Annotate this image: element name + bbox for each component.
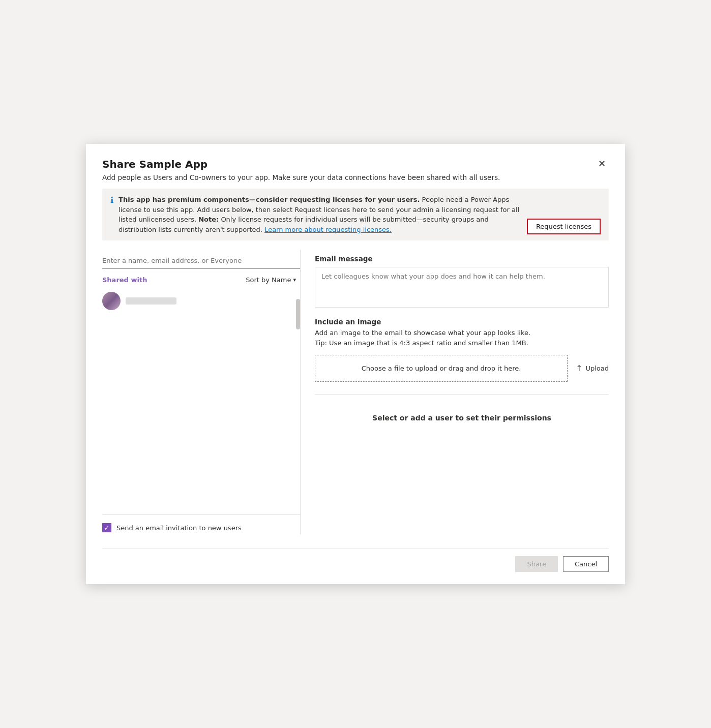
sort-by-label: Sort by Name — [246, 276, 291, 284]
share-dialog: Share Sample App ✕ Add people as Users a… — [86, 144, 625, 584]
shared-with-header: Shared with Sort by Name ▾ — [102, 276, 300, 284]
chevron-down-icon: ▾ — [293, 277, 296, 283]
sort-by-dropdown[interactable]: Sort by Name ▾ — [246, 276, 296, 284]
include-image-desc-line2: Tip: Use an image that is 4:3 aspect rat… — [315, 339, 528, 347]
info-icon: ℹ — [110, 195, 113, 205]
include-image-label: Include an image — [315, 318, 609, 326]
search-input[interactable] — [102, 255, 300, 268]
request-licenses-button[interactable]: Request licenses — [527, 219, 601, 234]
dialog-subtitle: Add people as Users and Co-owners to you… — [102, 173, 609, 181]
upload-button-label: Upload — [585, 365, 609, 372]
upload-button[interactable]: ↑ Upload — [576, 363, 609, 373]
search-container — [102, 250, 300, 269]
info-banner: ℹ This app has premium components—consid… — [102, 189, 609, 240]
user-list — [102, 289, 300, 313]
learn-more-link[interactable]: Learn more about requesting licenses. — [264, 226, 392, 233]
user-list-container — [102, 289, 300, 510]
upload-dropzone-label: Choose a file to upload or drag and drop… — [362, 365, 521, 372]
close-button[interactable]: ✕ — [595, 158, 609, 169]
banner-text: This app has premium components—consider… — [118, 195, 522, 234]
checkmark-icon: ✓ — [104, 525, 110, 531]
permissions-placeholder: Select or add a user to set their permis… — [315, 414, 609, 422]
dialog-title: Share Sample App — [102, 158, 208, 170]
email-message-textarea[interactable] — [315, 267, 609, 308]
list-item — [102, 289, 298, 313]
email-checkbox-label: Send an email invitation to new users — [116, 524, 242, 532]
email-checkbox-row: ✓ Send an email invitation to new users — [102, 514, 300, 534]
upload-row: Choose a file to upload or drag and drop… — [315, 355, 609, 382]
banner-bold-text: This app has premium components—consider… — [118, 196, 420, 203]
main-content: Shared with Sort by Name ▾ — [102, 250, 609, 534]
left-panel: Shared with Sort by Name ▾ — [102, 250, 301, 534]
email-message-label: Email message — [315, 255, 609, 263]
include-image-desc: Add an image to the email to showcase wh… — [315, 328, 609, 348]
share-button[interactable]: Share — [515, 556, 558, 572]
scrollbar-thumb[interactable] — [296, 299, 300, 329]
upload-dropzone[interactable]: Choose a file to upload or drag and drop… — [315, 355, 568, 382]
upload-icon: ↑ — [576, 363, 582, 373]
avatar — [102, 292, 121, 310]
dialog-footer: Share Cancel — [102, 549, 609, 572]
avatar-image — [102, 292, 121, 310]
include-image-desc-line1: Add an image to the email to showcase wh… — [315, 329, 530, 337]
right-panel: Email message Include an image Add an im… — [301, 250, 609, 534]
cancel-button[interactable]: Cancel — [563, 556, 609, 572]
divider — [315, 394, 609, 395]
email-checkbox[interactable]: ✓ — [102, 523, 111, 532]
user-name-blurred — [126, 297, 176, 305]
dialog-header: Share Sample App ✕ — [102, 158, 609, 170]
shared-with-label: Shared with — [102, 276, 147, 284]
banner-bold2-text: Note: — [198, 216, 219, 223]
